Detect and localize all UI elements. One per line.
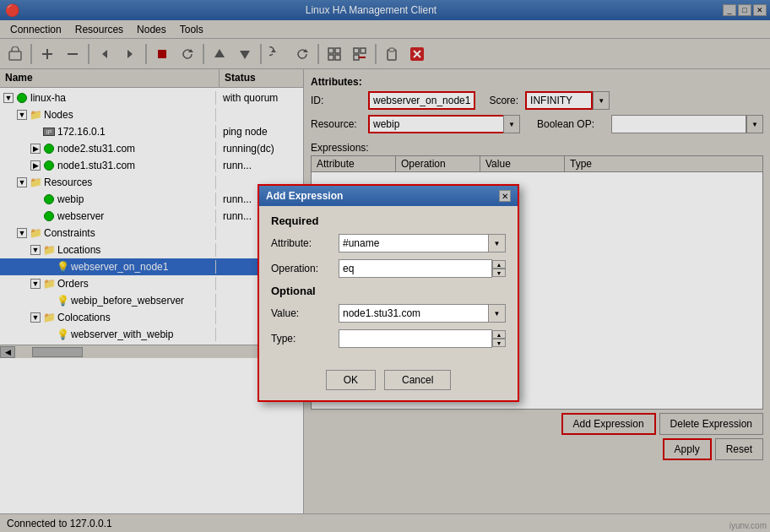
type-row: Type: ▲ ▼ [271,329,506,348]
add-expression-dialog: Add Expression ✕ Required Attribute: ▼ O… [258,184,519,402]
attribute-label: Attribute: [271,237,339,249]
value-input-wrap: ▼ [339,304,506,323]
value-label: Value: [271,307,339,319]
type-spin-wrap: ▲ ▼ [492,330,506,347]
attribute-dropdown-btn[interactable]: ▼ [489,234,506,252]
type-spin-down[interactable]: ▼ [492,339,506,347]
optional-section-title: Optional [271,285,506,297]
modal-overlay: Add Expression ✕ Required Attribute: ▼ O… [0,0,770,532]
type-input-wrap: ▲ ▼ [339,329,506,348]
modal-footer: OK Cancel [259,363,518,400]
value-row: Value: ▼ [271,304,506,323]
modal-title: Add Expression [266,190,343,202]
operation-input-wrap: ▲ ▼ [339,259,506,278]
modal-title-bar: Add Expression ✕ [259,186,518,206]
operation-row: Operation: ▲ ▼ [271,259,506,278]
modal-body: Required Attribute: ▼ Operation: ▲ ▼ [259,206,518,363]
attribute-input-wrap: ▼ [339,234,506,252]
value-dropdown-btn[interactable]: ▼ [489,304,506,323]
attribute-input[interactable] [339,234,489,252]
required-section-title: Required [271,214,506,227]
operation-spin-up[interactable]: ▲ [492,260,506,269]
type-spin-up[interactable]: ▲ [492,330,506,339]
value-input[interactable] [339,304,489,323]
modal-ok-button[interactable]: OK [326,370,376,390]
operation-spin-wrap: ▲ ▼ [492,260,506,277]
operation-spin-down[interactable]: ▼ [492,269,506,277]
operation-label: Operation: [271,263,339,274]
attribute-row: Attribute: ▼ [271,234,506,252]
modal-cancel-button[interactable]: Cancel [384,370,451,390]
type-input[interactable] [339,329,492,348]
modal-close-button[interactable]: ✕ [499,190,511,202]
operation-input[interactable] [339,259,492,278]
type-label: Type: [271,333,339,345]
